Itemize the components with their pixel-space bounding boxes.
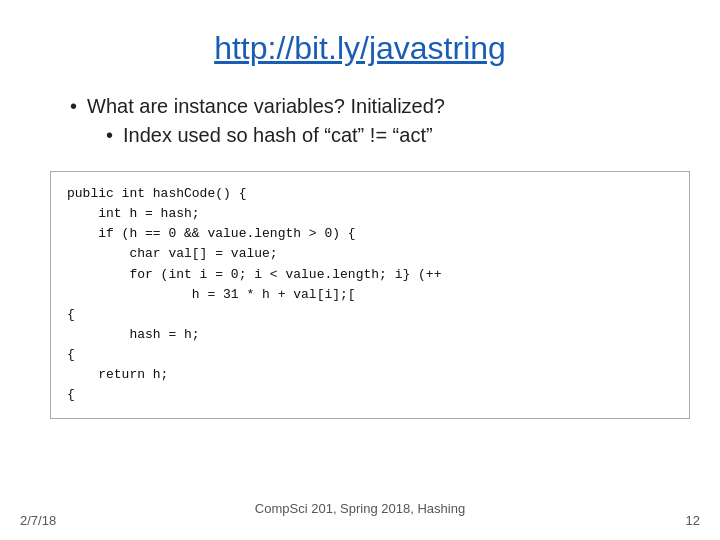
footer-right: 12 — [686, 513, 700, 528]
code-line-9: { — [67, 345, 673, 365]
code-line-10: return h; — [67, 365, 673, 385]
slide-container: http://bit.ly/javastring What are instan… — [0, 0, 720, 540]
footer-center: CompSci 201, Spring 2018, Hashing — [255, 501, 465, 516]
code-line-5: for (int i = 0; i < value.length; i} (++ — [67, 265, 673, 285]
footer-left: 2/7/18 — [20, 513, 56, 528]
code-line-11: { — [67, 385, 673, 405]
slide-title[interactable]: http://bit.ly/javastring — [50, 30, 670, 67]
code-line-8: hash = h; — [67, 325, 673, 345]
code-line-6: h = 31 * h + val[i];[ — [67, 285, 673, 305]
bullet-1-sub: Index used so hash of “cat” != “act” — [106, 124, 445, 147]
bullet-1-text: What are instance variables? Initialized… — [87, 95, 445, 118]
code-line-0: public int hashCode() { — [67, 184, 673, 204]
bullet-1: What are instance variables? Initialized… — [70, 95, 445, 118]
code-line-3: char val[] = value; — [67, 244, 673, 264]
footer: 2/7/18 CompSci 201, Spring 2018, Hashing… — [0, 513, 720, 528]
bullets-section: What are instance variables? Initialized… — [70, 95, 445, 153]
bullet-1-sub-text: Index used so hash of “cat” != “act” — [123, 124, 433, 147]
code-block: public int hashCode() { int h = hash; if… — [50, 171, 690, 419]
code-line-1: int h = hash; — [67, 204, 673, 224]
code-line-7: { — [67, 305, 673, 325]
code-line-2: if (h == 0 && value.length > 0) { — [67, 224, 673, 244]
